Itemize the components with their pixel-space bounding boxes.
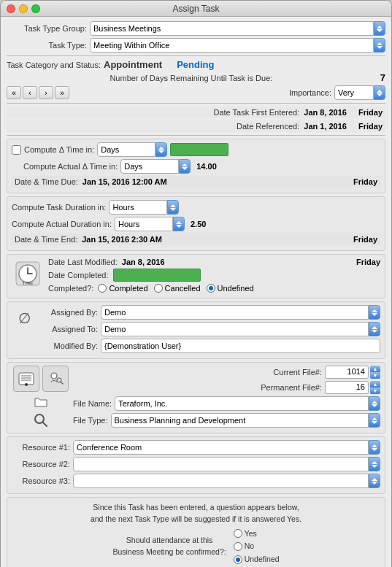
cancelled-radio[interactable] xyxy=(154,284,163,293)
question-row: Should attendance at this Business Meeti… xyxy=(12,528,380,566)
window: Assign Task Task Type Group: Business Me… xyxy=(0,0,392,567)
date-time-end-value: Jan 15, 2016 2:30 AM xyxy=(82,235,353,244)
compute-actual-duration-arrow[interactable] xyxy=(173,217,185,231)
resource2-label: Resource #2: xyxy=(12,460,70,468)
file-type-arrow[interactable] xyxy=(369,413,380,428)
search-svg xyxy=(47,370,64,387)
completed-radio-group: Completed Cancelled Undefined xyxy=(98,284,253,293)
info-box: Since this Task has been entered, a ques… xyxy=(7,497,385,567)
current-file-stepper[interactable]: ▲ ▼ xyxy=(370,366,380,379)
task-type-group-select[interactable]: Business Meetings xyxy=(90,21,385,36)
compute-duration-arrow[interactable] xyxy=(167,200,179,215)
permanent-file-value[interactable]: 16 xyxy=(325,381,369,394)
resource3-arrow[interactable] xyxy=(369,474,380,488)
question-text: Should attendance at this Business Meeti… xyxy=(112,535,226,558)
question-yes[interactable]: Yes xyxy=(234,528,280,540)
close-button[interactable] xyxy=(7,4,15,13)
actual-duration-result: 2.50 xyxy=(191,220,206,228)
list-icon[interactable] xyxy=(13,366,39,392)
task-type-select[interactable]: Meeting Within Office xyxy=(90,38,385,53)
question-no[interactable]: No xyxy=(234,541,280,552)
permanent-file-up[interactable]: ▲ xyxy=(370,381,380,387)
date-time-end-label: Date & Time End: xyxy=(15,235,77,244)
undefined-radio[interactable] xyxy=(207,284,215,293)
permanent-file-down[interactable]: ▼ xyxy=(370,387,380,394)
compute-actual-delta-select[interactable]: Days xyxy=(120,159,191,174)
search-people-icon[interactable] xyxy=(42,366,69,392)
current-file-down[interactable]: ▼ xyxy=(370,372,380,379)
folder-icon[interactable] xyxy=(34,395,48,409)
task-type-group-label: Task Type Group: xyxy=(7,24,87,33)
question-undefined[interactable]: Undefined xyxy=(234,554,280,566)
completed-radio[interactable] xyxy=(98,284,107,293)
duration-section: Compute Task Duration in: Hours Compute … xyxy=(7,196,385,251)
nav-first-button[interactable]: « xyxy=(7,86,21,99)
compute-duration-select[interactable]: Hours xyxy=(109,200,179,215)
status-value: Pending xyxy=(177,59,214,70)
resource2-row: Resource #2: xyxy=(12,457,380,471)
file-type-select[interactable]: Business Planning and Development xyxy=(111,413,381,428)
resource1-select[interactable]: Conference Room xyxy=(73,440,380,455)
date-time-due-value: Jan 15, 2016 12:00 AM xyxy=(82,177,353,186)
cancelled-option[interactable]: Cancelled xyxy=(154,284,201,293)
undefined-radio-q[interactable] xyxy=(234,555,242,564)
compute-delta-select[interactable]: Days xyxy=(97,142,167,157)
modified-section: TIME Date Last Modified: Jan 8, 2016 Fri… xyxy=(7,254,385,298)
assigned-by-select[interactable]: Demo xyxy=(101,305,380,320)
folder-svg xyxy=(34,396,47,408)
importance-arrow[interactable] xyxy=(374,85,385,100)
nav-last-button[interactable]: » xyxy=(55,86,69,99)
nav-next-button[interactable]: › xyxy=(39,86,53,99)
resource3-select[interactable] xyxy=(73,474,380,488)
undefined-option[interactable]: Undefined xyxy=(207,284,254,293)
compute-actual-duration-select[interactable]: Hours xyxy=(115,217,185,231)
file-icons xyxy=(12,366,70,428)
category-value: Appointment xyxy=(104,59,162,70)
task-type-arrow[interactable] xyxy=(374,38,385,53)
assigned-to-select[interactable]: Demo xyxy=(101,322,380,336)
assigned-by-arrow[interactable] xyxy=(369,305,380,320)
completed-option[interactable]: Completed xyxy=(98,284,147,293)
compute-actual-delta-arrow[interactable] xyxy=(179,159,191,174)
date-first-entered-row: Date Task First Entered: Jan 8, 2016 Fri… xyxy=(7,107,385,118)
date-last-modified-row: Date Last Modified: Jan 8, 2016 Friday xyxy=(48,258,380,266)
resource1-arrow[interactable] xyxy=(369,440,380,455)
date-first-entered-label: Date Task First Entered: xyxy=(9,108,299,117)
compute-delta-checkbox[interactable] xyxy=(12,145,21,155)
date-completed-field[interactable] xyxy=(113,269,201,282)
assigned-section: ∅ Assigned By: Demo Assigned To xyxy=(7,301,385,359)
maximize-button[interactable] xyxy=(31,4,40,13)
compute-actual-delta-value: Days xyxy=(120,159,179,174)
resource2-value xyxy=(73,457,369,471)
date-first-entered-value: Jan 8, 2016 xyxy=(304,108,347,117)
clock-icon: TIME xyxy=(15,261,41,287)
resource2-select[interactable] xyxy=(73,457,380,471)
date-time-end-day: Friday xyxy=(353,235,377,244)
delta-time-section: Compute Δ Time in: Days Compute Actual Δ… xyxy=(7,139,385,193)
no-radio[interactable] xyxy=(234,542,242,551)
compute-delta-arrow[interactable] xyxy=(155,142,167,157)
importance-select[interactable]: Very xyxy=(334,85,385,100)
file-type-value: Business Planning and Development xyxy=(111,413,369,428)
magnify-svg xyxy=(34,413,48,428)
svg-line-12 xyxy=(61,382,64,385)
current-file-up[interactable]: ▲ xyxy=(370,366,380,372)
delta-green-field xyxy=(170,143,228,156)
task-type-group-arrow[interactable] xyxy=(374,21,385,36)
file-name-value: Teraform, Inc. xyxy=(115,396,369,411)
file-name-arrow[interactable] xyxy=(369,396,380,411)
magnify-icon[interactable] xyxy=(33,412,49,428)
form-content: Task Type Group: Business Meetings Task … xyxy=(1,17,391,567)
permanent-file-stepper[interactable]: ▲ ▼ xyxy=(370,381,380,394)
no-label: No xyxy=(245,541,254,552)
file-name-select[interactable]: Teraform, Inc. xyxy=(115,396,380,411)
task-type-value: Meeting Within Office xyxy=(90,38,374,53)
assigned-to-arrow[interactable] xyxy=(369,322,380,336)
resource2-arrow[interactable] xyxy=(369,457,380,471)
info-line1: Since this Task has been entered, a ques… xyxy=(12,502,380,514)
current-file-value[interactable]: 1014 xyxy=(325,366,369,379)
undefined-label: Undefined xyxy=(245,554,280,566)
yes-radio[interactable] xyxy=(234,529,242,538)
minimize-button[interactable] xyxy=(19,4,28,13)
nav-prev-button[interactable]: ‹ xyxy=(23,86,37,99)
